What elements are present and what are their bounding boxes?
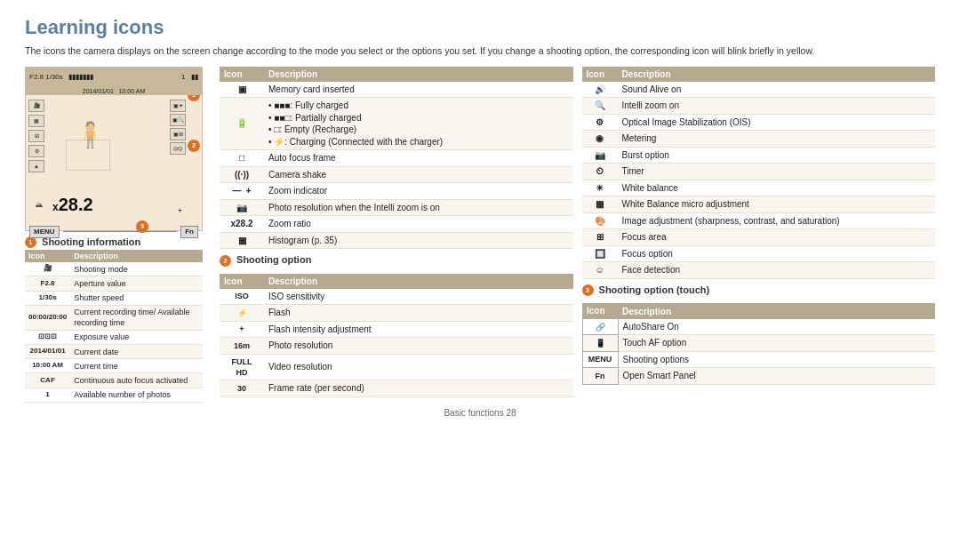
- badge-2: 2: [188, 140, 200, 152]
- table-row: 00:00/20:00Current recording time/ Avail…: [25, 305, 203, 330]
- camera-body: 1 2 3 🎥 ▦ ⊞ ⚙ ▲ ▣✦ ▣🔍 ▣⊞: [26, 95, 202, 240]
- touch-icon-col: Icon: [582, 303, 618, 319]
- icon-cell: ISO: [220, 289, 264, 305]
- table-row: ▦White Balance micro adjustment: [582, 196, 936, 213]
- fn-button-display: Fn: [180, 226, 198, 238]
- camera-right-icons: ▣✦ ▣🔍 ▣⊞ ◎Q: [170, 100, 186, 155]
- icon-cell: x28.2: [220, 216, 264, 233]
- right-touch-table: Icon Description 🔗AutoShare On📱Touch AF …: [582, 303, 936, 385]
- desc-cell: AutoShare On: [618, 319, 935, 335]
- main-icon-table: Icon Description ▣Memory card inserted🔋 …: [220, 67, 573, 250]
- camera-section: F2.8 1/30s ▮▮▮▮▮▮▮ 1 ▮▮ 2014/01/01 10:00…: [25, 67, 207, 403]
- col-desc-header: Description: [70, 250, 203, 262]
- desc-cell: Zoom ratio: [264, 216, 573, 233]
- desc-cell: White balance: [618, 180, 936, 196]
- icon-cell: 🔊: [582, 82, 618, 98]
- desc-cell: Continuous auto focus activated: [70, 373, 203, 388]
- desc-cell: Touch AF option: [618, 335, 935, 352]
- icon-cell: ⏲: [582, 164, 618, 180]
- icon-cell: □: [220, 150, 264, 167]
- shooting-info-section: 1 Shooting information Icon Description …: [25, 236, 207, 403]
- section2-title-area: 2 Shooting option: [220, 254, 573, 268]
- desc-cell: Timer: [618, 164, 936, 180]
- icon-cell: 🔗: [582, 319, 618, 335]
- camera-top-bar: F2.8 1/30s ▮▮▮▮▮▮▮ 1 ▮▮: [26, 68, 202, 87]
- page-footer: Basic functions 28: [25, 408, 935, 418]
- page-title: Learning icons: [25, 16, 935, 39]
- desc-cell: Available number of photos: [70, 388, 203, 402]
- table-row: FULLHDVideo resolution: [220, 354, 573, 380]
- camera-left-icons: 🎥 ▦ ⊞ ⚙ ▲: [28, 100, 44, 172]
- desc-cell: Shooting mode: [70, 262, 203, 276]
- table-row: ((·))Camera shake: [220, 166, 573, 183]
- icon-cell: ◉: [582, 131, 618, 148]
- icon-cell: 🎥: [25, 262, 70, 276]
- icon-cell: 🔲: [582, 245, 618, 262]
- icon-cell: F2.8: [25, 276, 70, 291]
- right-top-table: Icon Description 🔊Sound Alive on🔍Intelli…: [582, 67, 936, 279]
- desc-cell: Focus area: [618, 229, 936, 246]
- rt-desc-col: Description: [618, 67, 936, 82]
- cam-ricon-3: ▣⊞: [170, 128, 186, 140]
- separator: [63, 231, 178, 238]
- desc-cell: Histogram (p. 35): [264, 232, 573, 249]
- desc-cell: Shooting options: [618, 351, 935, 368]
- table-row: 1Available number of photos: [25, 388, 203, 402]
- icon-cell: ☀: [582, 180, 618, 196]
- icon-cell: ⚙: [582, 114, 618, 131]
- camera-shot-count: 1 ▮▮: [181, 73, 198, 81]
- icon-cell: 1/30s: [25, 291, 70, 305]
- desc-cell: Exposure value: [70, 330, 203, 344]
- desc-cell: Auto focus frame: [264, 150, 573, 167]
- page-container: Learning icons The icons the camera disp…: [0, 0, 960, 427]
- camera-diagram: F2.8 1/30s ▮▮▮▮▮▮▮ 1 ▮▮ 2014/01/01 10:00…: [25, 67, 203, 231]
- desc-cell: Current time: [70, 359, 203, 373]
- icon-cell: 1: [25, 388, 70, 402]
- icon-cell: ⊞: [582, 229, 618, 246]
- desc-cell: Zoom indicator: [264, 183, 573, 200]
- desc-cell: Current date: [70, 345, 203, 359]
- table-row: ISOISO sensitivity: [220, 289, 573, 305]
- table-row: FnOpen Smart Panel: [582, 368, 935, 385]
- opt-desc-col: Description: [264, 274, 573, 289]
- section3-title: 3 Shooting option (touch): [582, 284, 936, 297]
- icon-cell: 10:00 AM: [25, 359, 70, 373]
- desc-cell: Current recording time/ Available record…: [70, 305, 203, 330]
- desc-cell: Video resolution: [264, 354, 573, 380]
- table-row: 🎥Shooting mode: [25, 262, 203, 276]
- middle-column: Icon Description ▣Memory card inserted🔋 …: [220, 67, 573, 403]
- table-row: 16mPhoto resolution: [220, 338, 573, 355]
- desc-cell: ISO sensitivity: [264, 289, 573, 305]
- icon-cell: 30: [220, 380, 264, 397]
- icon-cell: 🎨: [582, 212, 618, 229]
- icon-cell: MENU: [582, 351, 618, 368]
- section3-badge: 3: [582, 284, 594, 296]
- col-icon-header: Icon: [25, 250, 70, 262]
- icon-cell: 📷: [582, 147, 618, 164]
- table-row: ▣Memory card inserted: [220, 82, 573, 98]
- section3-title-area: 3 Shooting option (touch): [582, 284, 936, 299]
- desc-cell: Metering: [618, 131, 936, 148]
- desc-cell: White Balance micro adjustment: [618, 196, 936, 213]
- icon-cell: ▦: [220, 232, 264, 249]
- icon-cell: ▣: [220, 82, 264, 98]
- icon-cell: ▦: [582, 196, 618, 213]
- camera-bottom-bar: MENU Fn: [26, 226, 202, 238]
- table-row: 📱Touch AF option: [582, 335, 935, 352]
- main-icon-col: Icon: [220, 67, 264, 82]
- table-row: 🎨Image adjustment (sharpness, contrast, …: [582, 212, 936, 229]
- desc-cell: Flash intensity adjustment: [264, 321, 573, 338]
- cam-ricon-4: ◎Q: [170, 142, 186, 155]
- shoot-opt-table: Icon Description ISOISO sensitivity⚡Flas…: [220, 274, 573, 397]
- table-row: F2.8Aperture value: [25, 276, 203, 291]
- table-row: ◉Metering: [582, 131, 936, 148]
- desc-cell: Image adjustment (sharpness, contrast, a…: [618, 212, 936, 229]
- badge-1: 1: [188, 95, 200, 101]
- table-row: — +Zoom indicator: [220, 183, 573, 200]
- icon-cell: 2014/01/01: [25, 345, 70, 359]
- desc-cell: Shutter speed: [70, 291, 203, 305]
- table-row: ⚡Flash: [220, 305, 573, 322]
- section2-title: 2 Shooting option: [220, 254, 573, 267]
- exposure-indicator: +: [178, 206, 182, 215]
- table-row: x28.2Zoom ratio: [220, 216, 573, 233]
